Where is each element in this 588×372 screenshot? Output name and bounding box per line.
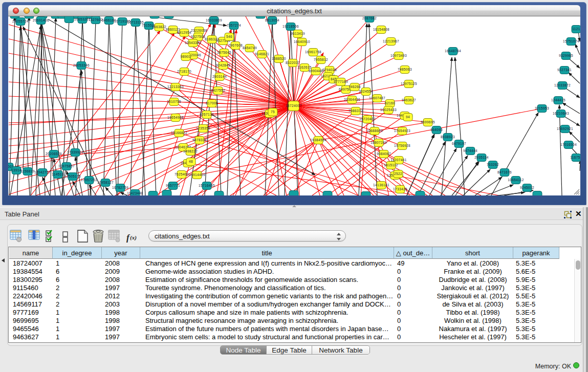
- svg-text:9245012: 9245012: [520, 186, 534, 189]
- svg-text:2935114: 2935114: [474, 156, 489, 159]
- svg-text:16648784: 16648784: [445, 49, 461, 53]
- svg-text:7955812: 7955812: [314, 58, 328, 61]
- svg-text:(x): (x): [130, 234, 137, 241]
- svg-text:20206576: 20206576: [46, 152, 62, 156]
- svg-text:1615112: 1615112: [384, 163, 398, 167]
- svg-text:19654988: 19654988: [167, 116, 184, 119]
- svg-text:17016504: 17016504: [560, 143, 577, 146]
- svg-text:15751074: 15751074: [563, 39, 579, 43]
- svg-text:8990448: 8990448: [309, 69, 323, 73]
- svg-text:8938923: 8938923: [441, 135, 455, 139]
- svg-text:10973493: 10973493: [390, 54, 407, 57]
- svg-text:2087682: 2087682: [362, 16, 377, 20]
- svg-text:2718170: 2718170: [177, 70, 191, 73]
- svg-text:116753: 116753: [570, 156, 580, 159]
- svg-text:15692921: 15692921: [557, 127, 573, 130]
- svg-text:16154808: 16154808: [373, 28, 389, 31]
- svg-text:15716485: 15716485: [199, 184, 215, 187]
- svg-text:7485063: 7485063: [398, 68, 412, 71]
- svg-text:23226058: 23226058: [191, 29, 207, 32]
- svg-text:8427552: 8427552: [211, 89, 225, 92]
- svg-text:9777169: 9777169: [334, 80, 348, 83]
- svg-text:10958127: 10958127: [97, 181, 114, 184]
- svg-text:16782759: 16782759: [112, 186, 128, 189]
- svg-text:26053346: 26053346: [73, 63, 90, 67]
- svg-text:1588520: 1588520: [272, 57, 286, 60]
- svg-text:1327602: 1327602: [89, 18, 103, 21]
- svg-text:19384554: 19384554: [310, 138, 326, 142]
- svg-text:817006: 817006: [206, 101, 218, 105]
- svg-text:8912954: 8912954: [177, 31, 191, 34]
- svg-text:6794028: 6794028: [322, 68, 337, 72]
- svg-text:16914409: 16914409: [189, 173, 205, 177]
- svg-text:3875645: 3875645: [217, 51, 231, 54]
- svg-text:9146821: 9146821: [255, 52, 269, 56]
- svg-text:164095: 164095: [430, 128, 443, 132]
- svg-text:2803144: 2803144: [212, 75, 227, 78]
- svg-text:98901: 98901: [181, 55, 191, 58]
- svg-text:8267130: 8267130: [200, 113, 214, 116]
- svg-text:6479197: 6479197: [452, 142, 466, 145]
- svg-text:75: 75: [271, 110, 275, 114]
- svg-text:17957253: 17957253: [81, 178, 97, 182]
- svg-text:1162615: 1162615: [297, 65, 312, 69]
- svg-text:8322037: 8322037: [286, 61, 300, 64]
- svg-text:16033809: 16033809: [206, 18, 222, 22]
- svg-text:10025433: 10025433: [380, 108, 397, 112]
- svg-text:12942737: 12942737: [34, 170, 51, 174]
- svg-text:94: 94: [406, 115, 410, 119]
- svg-text:1244415: 1244415: [551, 98, 565, 102]
- svg-text:16961758: 16961758: [305, 50, 321, 54]
- svg-text:1010755: 1010755: [167, 100, 181, 103]
- svg-text:3024554: 3024554: [359, 90, 373, 93]
- svg-text:19218506: 19218506: [282, 25, 299, 28]
- svg-text:763262: 763262: [487, 163, 499, 166]
- svg-text:10607487: 10607487: [369, 96, 385, 100]
- svg-text:19166822: 19166822: [171, 131, 187, 135]
- svg-text:1121: 1121: [572, 27, 580, 31]
- svg-text:12505175: 12505175: [64, 174, 81, 178]
- svg-text:3215953: 3215953: [535, 106, 549, 110]
- svg-text:24055724: 24055724: [12, 19, 29, 23]
- svg-text:13914: 13914: [11, 168, 21, 172]
- svg-text:62160: 62160: [385, 101, 395, 105]
- svg-text:16640910: 16640910: [294, 40, 310, 43]
- svg-text:746266: 746266: [349, 85, 361, 89]
- svg-text:9699695: 9699695: [421, 120, 435, 124]
- svg-text:11423448: 11423448: [127, 191, 143, 195]
- svg-text:7663822: 7663822: [152, 25, 166, 29]
- svg-text:10975857: 10975857: [58, 164, 75, 168]
- svg-text:7625402: 7625402: [175, 172, 189, 176]
- svg-text:17339924: 17339924: [67, 150, 83, 154]
- svg-text:12213967: 12213967: [383, 39, 399, 43]
- svg-text:10688609: 10688609: [366, 129, 383, 133]
- svg-text:8454749: 8454749: [243, 46, 257, 50]
- svg-text:1733426: 1733426: [393, 187, 407, 191]
- svg-text:9242845: 9242845: [216, 63, 230, 67]
- svg-text:1235359: 1235359: [196, 126, 210, 130]
- svg-text:9474444: 9474444: [463, 149, 477, 152]
- svg-text:9657771: 9657771: [166, 184, 180, 187]
- svg-text:18807249: 18807249: [371, 141, 387, 144]
- svg-text:19756928: 19756928: [394, 144, 410, 147]
- svg-text:9613419: 9613419: [291, 32, 305, 35]
- svg-text:7986372: 7986372: [349, 109, 363, 113]
- svg-text:546: 546: [226, 35, 232, 38]
- svg-text:20364436: 20364436: [344, 98, 360, 101]
- svg-text:1156819: 1156819: [20, 169, 35, 173]
- svg-text:5878334: 5878334: [192, 138, 207, 142]
- svg-text:12033872: 12033872: [554, 83, 571, 87]
- svg-text:9329965: 9329965: [559, 54, 573, 57]
- svg-text:16210643: 16210643: [553, 112, 569, 115]
- svg-text:9084067: 9084067: [377, 152, 391, 156]
- svg-text:10543382: 10543382: [185, 41, 201, 45]
- svg-text:114519: 114519: [52, 172, 64, 176]
- svg-text:48: 48: [189, 160, 193, 163]
- svg-text:15720407: 15720407: [359, 117, 376, 121]
- svg-text:14136141: 14136141: [373, 183, 389, 187]
- svg-text:8813054: 8813054: [265, 18, 279, 22]
- svg-text:9227341: 9227341: [557, 68, 572, 72]
- svg-text:20691406: 20691406: [33, 18, 49, 22]
- svg-text:8471676: 8471676: [497, 170, 512, 174]
- svg-text:12975125: 12975125: [401, 82, 417, 85]
